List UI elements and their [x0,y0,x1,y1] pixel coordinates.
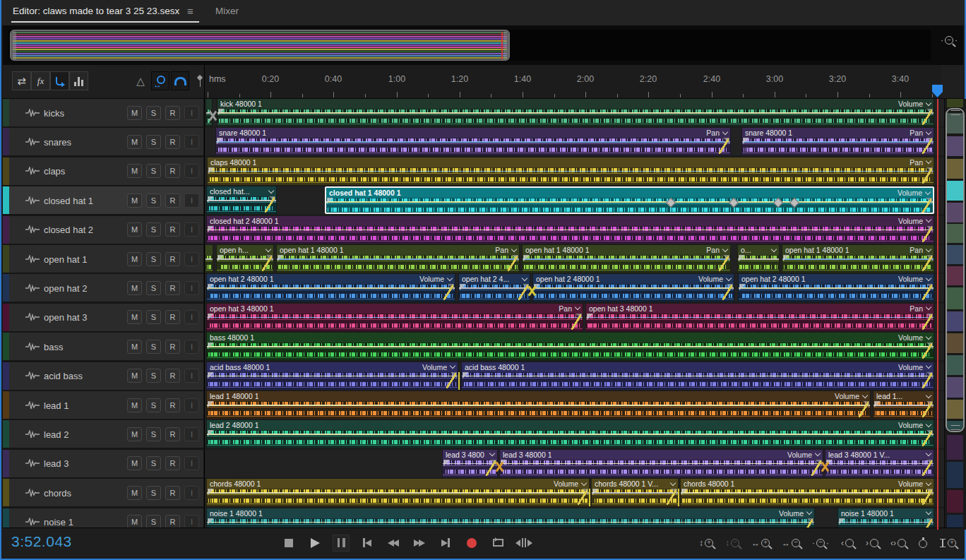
fade-in-handle[interactable] [208,518,214,525]
clip-envelope-selector[interactable]: Volume [898,275,931,283]
fade-in-handle[interactable] [208,430,214,436]
track-arm-record-button[interactable]: R [165,340,180,354]
clip-envelope-selector[interactable]: Volume [422,363,455,371]
track-lane[interactable]: snare 48000 1Pansnare 48000 1Pan [205,128,946,155]
track-mute-button[interactable]: M [127,222,142,237]
track-arm-record-button[interactable]: R [165,486,180,500]
track-header[interactable]: closed hat 2MSRI [3,216,203,244]
overview-left-handle[interactable] [11,31,16,61]
fade-in-handle[interactable] [218,109,225,115]
track-solo-button[interactable]: S [146,222,161,237]
audio-clip[interactable]: kick 48000 1Volume [217,99,934,126]
track-name[interactable]: acid bass [44,371,83,381]
clip-envelope-line[interactable] [586,317,934,318]
track-monitor-input-button[interactable]: I [184,193,199,208]
clip-envelope-line[interactable] [326,201,933,203]
clip-envelope-line[interactable] [739,287,934,289]
track-lane[interactable]: chords 48000 1Volumechords 48000 1 V...c… [205,479,946,506]
track-header[interactable]: closed hat 1MSRI [3,186,203,214]
zoom-to-playhead-timer-button[interactable] [918,537,928,548]
fade-in-handle[interactable] [460,284,466,290]
track-solo-button[interactable]: S [146,193,161,208]
track-mute-button[interactable]: M [127,369,142,383]
track-name[interactable]: closed hat 2 [44,225,93,235]
track-arm-record-button[interactable]: R [165,135,180,149]
track-solo-button[interactable]: S [146,369,161,383]
track-solo-button[interactable]: S [146,252,161,266]
chevron-down-icon[interactable] [926,392,931,398]
audio-clip[interactable]: bass 48000 1Volume [206,333,934,360]
clip-envelope-selector[interactable]: Pan [559,304,580,313]
skip-selection-button[interactable] [515,535,532,552]
audio-clip[interactable]: open hat 3 48000 1Pan [206,304,583,331]
zoom-out-full-button[interactable]: ·−· [812,538,829,548]
track-header[interactable]: clapsMSRI [3,157,203,185]
track-header[interactable]: open hat 1MSRI [3,245,203,273]
clip-envelope-selector[interactable]: Volume [835,392,867,400]
zoom-to-selection-button[interactable]: ‹› [890,538,906,548]
track-solo-button[interactable]: S [146,135,161,149]
fade-in-handle[interactable] [874,401,881,407]
track-monitor-input-button[interactable]: I [184,369,199,383]
track-header[interactable]: open hat 2MSRI [3,274,203,302]
audio-clip[interactable]: noise 1 48000 1Volume [206,508,815,530]
track-monitor-input-button[interactable]: I [184,281,199,295]
track-name[interactable]: noise 1 [44,517,73,528]
clip-envelope-line[interactable] [207,405,870,406]
clip-envelope-line[interactable] [207,230,934,231]
track-lane[interactable]: kick 48000 1Volume [205,99,946,126]
track-lane[interactable]: closed hat 2 48000 1Volume [205,216,946,244]
audio-clip[interactable]: lead 3 4800... [442,450,498,477]
zoom-in-amplitude-button[interactable]: ↕+ [699,538,713,548]
clip-envelope-selector[interactable]: Pan [706,246,727,254]
track-name[interactable]: kicks [44,107,64,118]
playhead-handle[interactable] [932,85,943,97]
clip-envelope-line[interactable] [207,522,814,523]
crossfade-marker[interactable] [527,285,537,297]
fade-in-handle[interactable] [681,489,688,495]
track-header[interactable]: noise 1MSRI [3,508,203,530]
chevron-down-icon[interactable] [266,246,271,251]
chevron-down-icon[interactable] [522,275,527,281]
clip-envelope-selector[interactable]: Pan [910,129,931,137]
track-header[interactable]: snaresMSRI [3,128,203,155]
scrollbar-handle[interactable] [946,108,965,432]
track-lane[interactable]: acid bass 48000 1Volumeacid bass 48000 1… [205,362,946,390]
chevron-down-icon[interactable] [926,509,931,515]
fade-in-handle[interactable] [839,518,845,525]
clip-envelope-line[interactable] [207,287,455,289]
fade-in-handle[interactable] [587,314,593,320]
track-solo-button[interactable]: S [146,281,161,295]
audio-clip[interactable]: lead 3 48000 1 V... [825,450,934,477]
magnet-snap-button[interactable] [171,71,189,90]
effects-button[interactable]: fx [31,71,50,90]
audio-clip[interactable]: lead 1 48000 1Volume [206,391,871,419]
track-arm-record-button[interactable]: R [165,398,180,412]
tab-editor[interactable]: Editor: claws made to tear 3 25 23.sesx [13,6,179,16]
track-monitor-input-button[interactable]: I [184,456,199,470]
track-solo-button[interactable]: S [146,456,161,470]
track-scrollbar[interactable] [944,99,966,530]
audio-clip[interactable]: snare 48000 1Pan [215,128,731,155]
skip-to-start-button[interactable] [359,535,376,552]
clip-envelope-line[interactable] [208,171,934,172]
track-lane[interactable]: closed hat...closed hat 1 48000 1Volume [205,186,946,214]
crossfade-marker[interactable] [678,489,679,506]
loop-playback-button[interactable] [489,535,506,552]
audio-clip[interactable]: open hat 2 48000 1Volume [532,274,734,302]
track-lane[interactable]: bass 48000 1Volume [205,333,946,360]
clip-envelope-line[interactable] [207,346,934,347]
track-monitor-input-button[interactable]: I [184,486,199,500]
audio-clip[interactable]: chords 48000 1Volume [206,479,590,506]
fade-in-handle[interactable] [278,255,284,261]
clip-envelope-line[interactable] [782,258,934,260]
clip-envelope-line[interactable] [205,258,213,260]
metronome-button[interactable]: △ [131,71,150,90]
fade-in-handle[interactable] [327,198,333,204]
zoom-out-amplitude-button[interactable]: ↕− [725,538,739,548]
track-mute-button[interactable]: M [127,164,142,178]
track-solo-button[interactable]: S [146,486,161,500]
track-arm-record-button[interactable]: R [165,427,180,441]
clip-envelope-selector[interactable]: Pan [495,246,516,254]
audio-clip[interactable]: open hat 2 48000 1Volume [738,274,934,302]
